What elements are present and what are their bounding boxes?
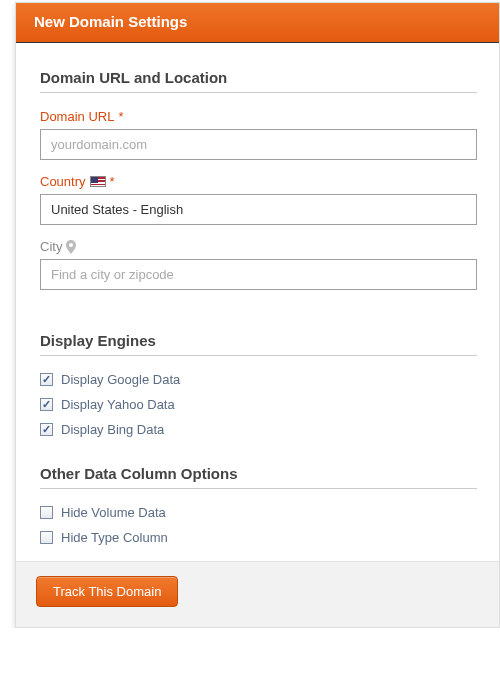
checkbox-hide-volume[interactable]	[40, 506, 53, 519]
required-mark: *	[110, 174, 115, 189]
engine-row: Display Bing Data	[40, 422, 477, 437]
checkbox-yahoo[interactable]	[40, 398, 53, 411]
column-row: Hide Volume Data	[40, 505, 477, 520]
column-row: Hide Type Column	[40, 530, 477, 545]
city-input[interactable]	[40, 259, 477, 290]
domain-url-input[interactable]	[40, 129, 477, 160]
panel-header: New Domain Settings	[16, 3, 499, 43]
flag-us-icon	[90, 176, 106, 187]
checkbox-label[interactable]: Display Google Data	[61, 372, 180, 387]
engine-row: Display Yahoo Data	[40, 397, 477, 412]
domain-url-label-text: Domain URL	[40, 109, 114, 124]
panel-title: New Domain Settings	[34, 13, 187, 30]
country-label-text: Country	[40, 174, 86, 189]
checkbox-bing[interactable]	[40, 423, 53, 436]
checkbox-hide-type[interactable]	[40, 531, 53, 544]
panel-content: Domain URL and Location Domain URL* Coun…	[16, 43, 499, 561]
checkbox-google[interactable]	[40, 373, 53, 386]
section-engines-title: Display Engines	[40, 332, 477, 356]
settings-panel: New Domain Settings Domain URL and Locat…	[15, 2, 500, 628]
track-domain-button[interactable]: Track This Domain	[36, 576, 178, 607]
checkbox-label[interactable]: Display Bing Data	[61, 422, 164, 437]
checkbox-label[interactable]: Display Yahoo Data	[61, 397, 175, 412]
map-pin-icon	[66, 240, 76, 254]
engine-row: Display Google Data	[40, 372, 477, 387]
section-columns-title: Other Data Column Options	[40, 465, 477, 489]
section-url-location-title: Domain URL and Location	[40, 69, 477, 93]
checkbox-label[interactable]: Hide Type Column	[61, 530, 168, 545]
domain-url-label: Domain URL*	[40, 109, 477, 124]
country-input[interactable]	[40, 194, 477, 225]
city-label-text: City	[40, 239, 62, 254]
country-label: Country *	[40, 174, 477, 189]
required-mark: *	[118, 109, 123, 124]
panel-footer: Track This Domain	[16, 561, 499, 627]
checkbox-label[interactable]: Hide Volume Data	[61, 505, 166, 520]
city-label: City	[40, 239, 477, 254]
